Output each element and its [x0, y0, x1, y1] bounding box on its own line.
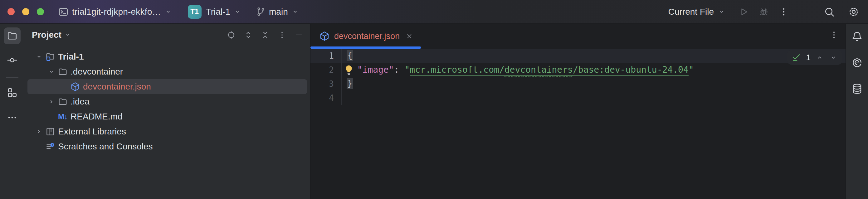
- vcs-branch-selector[interactable]: main: [256, 7, 299, 17]
- chevron-down-icon: [164, 8, 172, 16]
- chevron-down-icon[interactable]: [33, 53, 45, 61]
- line-number: 1: [310, 49, 342, 63]
- bulb-icon[interactable]: [343, 64, 354, 75]
- window-title-group[interactable]: trial1git-rdjkpn-ekkfo…: [58, 6, 172, 18]
- commit-tool-window-button[interactable]: [4, 52, 21, 69]
- collapse-all-icon[interactable]: [261, 31, 270, 39]
- chevron-down-icon: [291, 8, 299, 16]
- window-title: trial1git-rdjkpn-ekkfo…: [72, 7, 161, 17]
- settings-gear-icon[interactable]: [844, 3, 864, 21]
- tree-item--idea[interactable]: .idea: [27, 94, 307, 109]
- code-token: ": [689, 65, 694, 75]
- editor-tab-devcontainer-json[interactable]: devcontainer.json: [310, 24, 421, 49]
- tab-list-options-icon[interactable]: [829, 24, 839, 46]
- minimize-window-button[interactable]: [22, 8, 29, 15]
- tree-item-scratches-and-consoles[interactable]: Scratches and Consoles: [27, 139, 307, 154]
- left-tool-strip: [0, 24, 24, 199]
- tree-item-label: .devcontainer: [70, 67, 123, 77]
- chevron-right-icon[interactable]: [33, 128, 45, 136]
- panel-options-icon[interactable]: [278, 31, 286, 39]
- expand-all-icon[interactable]: [244, 31, 253, 39]
- code-line-text: "image": "mcr.microsoft.com/devcontainer…: [342, 65, 694, 75]
- code-line-3[interactable]: 3}: [310, 77, 845, 91]
- run-configuration-selector[interactable]: Current File: [668, 7, 726, 17]
- scratches-icon: [45, 142, 56, 152]
- debug-button[interactable]: [754, 3, 774, 21]
- previous-problem-icon[interactable]: [815, 53, 824, 61]
- code-line-1[interactable]: 1{: [310, 49, 845, 63]
- code-token: devcontainers: [504, 65, 573, 76]
- titlebar: trial1git-rdjkpn-ekkfo… T1 Trial-1 main …: [0, 0, 868, 24]
- run-configuration-name: Current File: [668, 7, 714, 17]
- window-controls: [7, 8, 44, 15]
- folder-icon: [57, 67, 68, 77]
- tree-item-readme-md[interactable]: M↓README.md: [27, 109, 307, 124]
- line-number: 3: [310, 77, 342, 91]
- zoom-window-button[interactable]: [37, 8, 44, 15]
- project-folder-icon: [45, 52, 56, 62]
- tree-item-label: .idea: [70, 97, 90, 107]
- code-line-text: {: [342, 51, 353, 61]
- code-editor[interactable]: 1{2 "image": "mcr.microsoft.com/devconta…: [310, 49, 845, 199]
- code-token: ": [404, 65, 410, 75]
- project-tree: Trial-1.devcontainerdevcontainer.json.id…: [24, 46, 310, 154]
- line-number: 4: [310, 91, 342, 105]
- panel-title: Project: [32, 30, 61, 40]
- terminal-icon: [58, 6, 69, 18]
- select-opened-file-icon[interactable]: [226, 30, 236, 40]
- right-tool-strip: [845, 24, 868, 199]
- line-number: 2: [310, 63, 342, 77]
- strip-divider: [6, 77, 19, 78]
- code-line-2[interactable]: 2 "image": "mcr.microsoft.com/devcontain…: [310, 63, 845, 77]
- code-token: mcr.microsoft.com/: [410, 65, 504, 76]
- project-panel-header: Project: [24, 24, 310, 46]
- more-tool-windows-button[interactable]: [4, 109, 21, 126]
- editor-tab-bar: devcontainer.json: [310, 24, 845, 49]
- git-branch-icon: [256, 7, 266, 17]
- project-tool-window-button[interactable]: [4, 28, 21, 44]
- tree-item-label: External Libraries: [58, 127, 126, 137]
- ai-assistant-icon[interactable]: [851, 57, 863, 69]
- chevron-down-icon[interactable]: [45, 68, 57, 76]
- chevron-down-icon: [64, 31, 71, 39]
- tree-item-external-libraries[interactable]: External Libraries: [27, 124, 307, 139]
- project-badge[interactable]: T1: [188, 5, 202, 19]
- project-panel-title-dropdown[interactable]: Project: [32, 30, 71, 40]
- more-actions-icon[interactable]: [774, 3, 794, 21]
- project-name: Trial-1: [206, 7, 230, 17]
- tab-title: devcontainer.json: [334, 32, 400, 41]
- tree-item--devcontainer[interactable]: .devcontainer: [27, 64, 307, 79]
- tree-item-label: Trial-1: [58, 52, 84, 62]
- run-button[interactable]: [734, 3, 754, 21]
- database-icon[interactable]: [851, 83, 863, 95]
- inspections-widget[interactable]: 1: [787, 50, 842, 65]
- chevron-down-icon: [718, 8, 726, 16]
- project-panel: Project: [24, 24, 310, 199]
- close-tab-icon[interactable]: [405, 32, 413, 40]
- code-token: /base:dev-ubuntu-24.04: [573, 65, 689, 76]
- devcontainer-cube-icon: [319, 31, 330, 41]
- structure-tool-window-button[interactable]: [4, 84, 21, 101]
- main-area: Project: [0, 24, 868, 199]
- tree-item-devcontainer-json[interactable]: devcontainer.json: [27, 79, 307, 94]
- project-selector[interactable]: Trial-1: [206, 7, 242, 17]
- next-problem-icon[interactable]: [829, 53, 837, 61]
- close-window-button[interactable]: [7, 8, 15, 15]
- titlebar-right-actions: Current File: [668, 3, 864, 21]
- code-token: "image": [357, 65, 394, 75]
- devcontainer-icon: [70, 82, 81, 92]
- chevron-right-icon[interactable]: [45, 98, 57, 106]
- hide-panel-icon[interactable]: [294, 31, 303, 39]
- chevron-down-icon: [234, 8, 242, 16]
- code-line-4[interactable]: 4: [310, 91, 845, 105]
- tree-item-label: Scratches and Consoles: [58, 142, 153, 152]
- code-token: :: [394, 65, 405, 75]
- ide-window: trial1git-rdjkpn-ekkfo… T1 Trial-1 main …: [0, 0, 868, 199]
- libraries-icon: [45, 127, 56, 137]
- notifications-bell-icon[interactable]: [851, 31, 863, 42]
- code-token: }: [347, 78, 353, 89]
- search-everywhere-icon[interactable]: [819, 3, 839, 21]
- editor-area: devcontainer.json 1{2 "image": "mcr.micr…: [310, 24, 845, 199]
- code-token: {: [347, 50, 353, 61]
- tree-item-trial-1[interactable]: Trial-1: [27, 49, 307, 64]
